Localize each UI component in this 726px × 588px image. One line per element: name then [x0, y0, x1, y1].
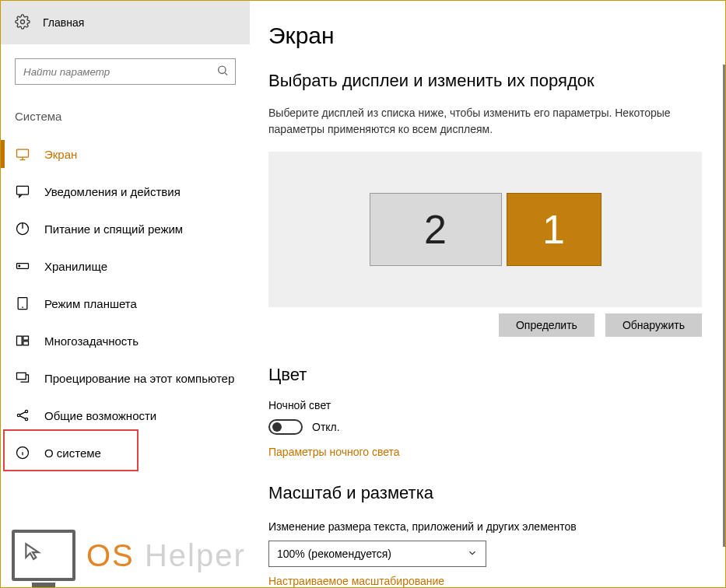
custom-scale-link[interactable]: Настраиваемое масштабирование	[268, 575, 702, 587]
chat-icon	[15, 184, 30, 199]
nav-projecting[interactable]: Проецирование на этот компьютер	[1, 359, 250, 397]
power-icon	[15, 221, 30, 236]
night-light-toggle[interactable]	[268, 419, 303, 435]
nav-label: О системе	[44, 446, 101, 460]
arrange-heading: Выбрать дисплеи и изменить их порядок	[268, 71, 702, 91]
monitor-2[interactable]: 2	[370, 193, 502, 266]
search-icon	[216, 65, 229, 79]
nav-label: Питание и спящий режим	[44, 222, 183, 236]
nav-label: Многозадачность	[44, 334, 139, 348]
nav-display[interactable]: Экран	[1, 135, 250, 173]
svg-point-18	[25, 410, 27, 412]
svg-point-19	[25, 418, 27, 420]
svg-point-17	[17, 414, 19, 416]
multitask-icon	[15, 333, 30, 348]
scale-heading: Масштаб и разметка	[268, 483, 702, 503]
scale-value: 100% (рекомендуется)	[277, 548, 391, 560]
night-light-settings-link[interactable]: Параметры ночного света	[268, 446, 702, 458]
scale-label: Изменение размера текста, приложений и д…	[268, 520, 702, 533]
svg-point-1	[219, 66, 226, 73]
nav-label: Хранилище	[44, 260, 107, 273]
svg-rect-15	[23, 341, 29, 345]
svg-rect-3	[17, 149, 29, 157]
page-title: Экран	[268, 23, 702, 49]
night-light-label: Ночной свет	[268, 399, 702, 411]
nav-notifications[interactable]: Уведомления и действия	[1, 173, 250, 210]
nav-label: Уведомления и действия	[44, 185, 181, 198]
svg-rect-14	[23, 336, 29, 340]
tablet-icon	[15, 296, 30, 311]
watermark: OS Helper	[12, 530, 246, 581]
chevron-down-icon	[467, 548, 478, 561]
identify-button[interactable]: Определить	[499, 313, 594, 337]
scale-dropdown[interactable]: 100% (рекомендуется)	[268, 541, 486, 567]
storage-icon	[15, 258, 30, 274]
nav-about[interactable]: О системе	[1, 434, 250, 471]
sidebar: Главная Система Экран Уведомления и дейс…	[1, 1, 250, 587]
nav-tablet[interactable]: Режим планшета	[1, 285, 250, 322]
toggle-state-label: Откл.	[312, 421, 340, 433]
svg-point-0	[21, 19, 25, 23]
nav-label: Общие возможности	[44, 409, 156, 422]
main-content: Экран Выбрать дисплеи и изменить их поря…	[250, 1, 725, 587]
monitor-icon	[15, 146, 30, 162]
svg-rect-6	[17, 186, 29, 194]
project-icon	[15, 370, 30, 386]
info-icon	[15, 445, 30, 460]
nav-power[interactable]: Питание и спящий режим	[1, 210, 250, 247]
search-input[interactable]	[16, 59, 235, 84]
svg-rect-16	[17, 373, 26, 379]
home-button[interactable]: Главная	[1, 1, 250, 44]
nav-label: Режим планшета	[44, 297, 137, 310]
nav-label: Экран	[44, 148, 77, 161]
home-label: Главная	[43, 16, 84, 29]
scrollbar[interactable]	[723, 65, 725, 547]
color-heading: Цвет	[268, 365, 702, 385]
watermark-monitor-icon	[12, 530, 75, 581]
svg-point-10	[19, 265, 20, 267]
svg-rect-13	[17, 336, 23, 345]
svg-line-21	[20, 416, 26, 418]
section-system-label: Система	[1, 99, 250, 135]
gear-icon	[15, 14, 30, 32]
arrange-desc: Выберите дисплей из списка ниже, чтобы и…	[268, 105, 702, 138]
search-input-wrap	[15, 58, 236, 85]
svg-line-20	[20, 412, 26, 415]
display-arrange-area: 2 1	[268, 152, 702, 307]
cursor-icon	[23, 541, 43, 563]
nav-label: Проецирование на этот компьютер	[44, 372, 234, 385]
nav-storage[interactable]: Хранилище	[1, 247, 250, 285]
svg-line-2	[225, 73, 227, 75]
nav-shared[interactable]: Общие возможности	[1, 397, 250, 434]
watermark-text: OS Helper	[86, 538, 246, 573]
monitor-1[interactable]: 1	[507, 193, 601, 266]
nav-multitask[interactable]: Многозадачность	[1, 322, 250, 359]
detect-button[interactable]: Обнаружить	[605, 313, 702, 337]
share-icon	[15, 408, 30, 423]
